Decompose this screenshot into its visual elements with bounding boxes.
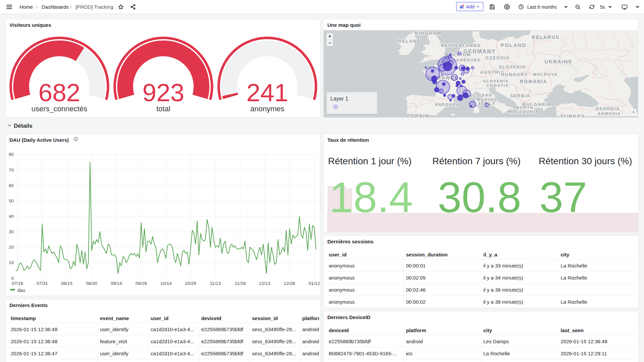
svg-text:anonymes: anonymes xyxy=(250,105,284,113)
svg-text:users_connectés: users_connectés xyxy=(32,105,87,113)
svg-text:MACEDONIA: MACEDONIA xyxy=(508,110,539,114)
svg-text:241: 241 xyxy=(246,78,288,107)
svg-text:09/29: 09/29 xyxy=(136,281,147,286)
svg-text:total: total xyxy=(156,105,170,113)
svg-text:CROATIA: CROATIA xyxy=(487,83,509,87)
svg-text:BELARUS: BELARUS xyxy=(532,35,559,40)
svg-text:11/13: 11/13 xyxy=(210,281,221,286)
svg-text:UKRAINE: UKRAINE xyxy=(544,59,573,64)
svg-text:Rétention 1 jour (%): Rétention 1 jour (%) xyxy=(328,156,412,166)
svg-text:KINGDOM: KINGDOM xyxy=(415,31,442,36)
svg-text:12/13: 12/13 xyxy=(259,281,270,286)
svg-text:SLOVAKIA: SLOVAKIA xyxy=(499,65,526,69)
svg-text:70: 70 xyxy=(9,168,14,173)
svg-text:0: 0 xyxy=(11,276,14,281)
svg-text:37: 37 xyxy=(539,173,587,221)
svg-text:08/15: 08/15 xyxy=(61,281,72,286)
svg-text:GERMANY: GERMANY xyxy=(463,49,496,54)
svg-text:CZECHIA: CZECHIA xyxy=(485,55,510,60)
svg-text:HUNGARY: HUNGARY xyxy=(501,72,528,77)
svg-text:12/28: 12/28 xyxy=(284,281,295,286)
svg-text:20: 20 xyxy=(9,245,14,250)
svg-text:08/30: 08/30 xyxy=(86,281,97,286)
svg-text:923: 923 xyxy=(142,78,184,107)
svg-text:dau: dau xyxy=(17,288,25,293)
svg-text:07/31: 07/31 xyxy=(37,281,48,286)
svg-text:09/14: 09/14 xyxy=(111,281,122,286)
svg-text:MOLDOVA: MOLDOVA xyxy=(533,72,557,76)
svg-text:ANDORRA: ANDORRA xyxy=(435,103,460,107)
svg-text:SLOVENIA: SLOVENIA xyxy=(483,79,509,83)
svg-text:30.8: 30.8 xyxy=(438,173,521,221)
svg-text:NORTH: NORTH xyxy=(516,106,534,110)
svg-text:POLAND: POLAND xyxy=(501,42,527,48)
svg-text:07/16: 07/16 xyxy=(12,281,23,286)
svg-text:01/12: 01/12 xyxy=(309,281,320,286)
svg-text:682: 682 xyxy=(38,78,80,107)
svg-text:IRELAND: IRELAND xyxy=(397,39,421,44)
svg-text:10: 10 xyxy=(9,260,14,265)
svg-text:ARMENIA: ARMENIA xyxy=(598,112,621,116)
svg-text:60: 60 xyxy=(9,183,14,188)
svg-text:Rétention 30 jours (%): Rétention 30 jours (%) xyxy=(539,156,632,166)
svg-text:10/29: 10/29 xyxy=(185,281,196,286)
svg-text:80: 80 xyxy=(9,152,14,157)
svg-text:30: 30 xyxy=(9,229,14,234)
svg-text:NETHERLANDS: NETHERLANDS xyxy=(441,43,481,48)
svg-text:SERBIA: SERBIA xyxy=(510,94,530,98)
svg-text:40: 40 xyxy=(9,214,14,219)
svg-text:Rétention 7 jours (%): Rétention 7 jours (%) xyxy=(432,156,521,166)
svg-text:50: 50 xyxy=(9,198,14,203)
svg-text:10/14: 10/14 xyxy=(160,281,172,286)
svg-text:TURKEY: TURKEY xyxy=(560,113,586,118)
svg-text:ROMANIA: ROMANIA xyxy=(520,79,547,84)
svg-text:18.4: 18.4 xyxy=(329,173,413,221)
svg-text:SPAIN: SPAIN xyxy=(411,113,430,118)
svg-text:SAN: SAN xyxy=(482,93,492,97)
svg-text:GEORGIA: GEORGIA xyxy=(596,107,620,111)
svg-text:11/28: 11/28 xyxy=(235,281,246,286)
